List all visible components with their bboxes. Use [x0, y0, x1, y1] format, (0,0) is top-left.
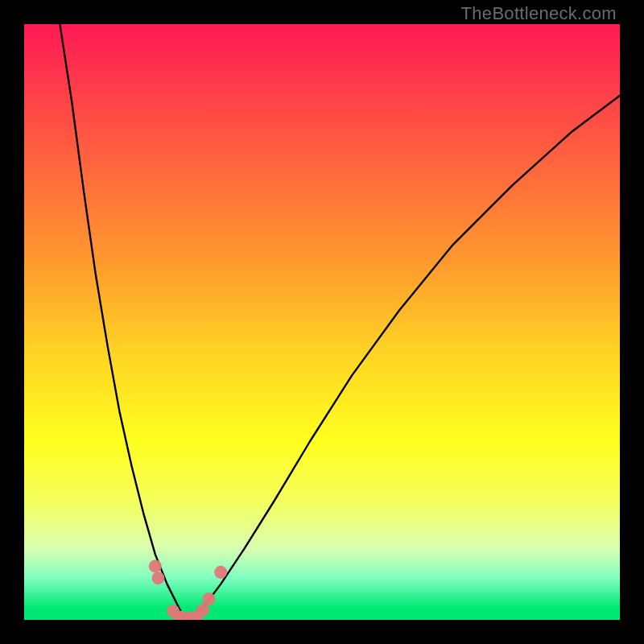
bottleneck-curve: [24, 24, 620, 620]
marker-dot: [214, 566, 227, 579]
watermark-text: TheBottleneck.com: [461, 3, 617, 24]
marker-dot: [202, 592, 215, 605]
curve-left-branch: [60, 24, 184, 620]
marker-dot: [152, 572, 165, 584]
curve-right-branch: [185, 96, 620, 620]
plot-area: [24, 24, 620, 620]
marker-dot: [149, 559, 162, 572]
outer-frame: TheBottleneck.com: [0, 0, 644, 644]
